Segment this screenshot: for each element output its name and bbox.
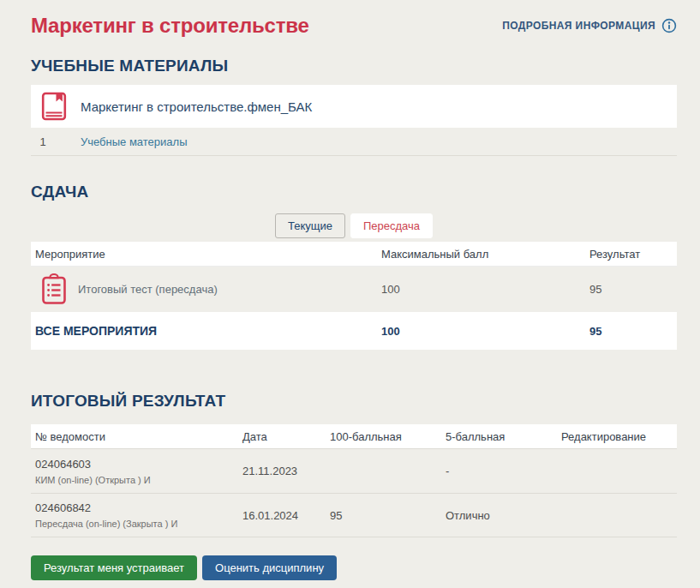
col-event: Мероприятие (35, 248, 381, 261)
event-max-score: 100 (381, 283, 589, 296)
final-table-header: № ведомости Дата 100-балльная 5-балльная… (31, 424, 677, 448)
all-events-total-row: ВСЕ МЕРОПРИЯТИЯ 100 95 (31, 312, 677, 350)
course-material-card[interactable]: Маркетинг в строительстве.фмен_БАК (31, 85, 677, 128)
course-file-name[interactable]: Маркетинг в строительстве.фмен_БАК (81, 99, 312, 114)
sheet-date: 16.01.2024 (242, 509, 330, 522)
table-row: 024606842 Пересдача (on-line) (Закрыта )… (31, 493, 677, 537)
book-icon (41, 91, 67, 122)
clipboard-checklist-icon (41, 273, 67, 305)
submission-tabs: Текущие Пересдача (31, 213, 677, 238)
total-result: 95 (589, 325, 677, 338)
sheet-number: 024606842 (35, 501, 242, 514)
sheet-type: КИМ (on-line) (Открыта ) И (35, 475, 242, 485)
tab-retake[interactable]: Пересдача (350, 213, 433, 238)
col-editing: Редактирование (561, 430, 677, 443)
materials-row[interactable]: 1 Учебные материалы (31, 128, 677, 156)
col-scale-100: 100-балльная (330, 430, 446, 443)
detailed-info-link[interactable]: ПОДРОБНАЯ ИНФОРМАЦИЯ (502, 18, 677, 33)
final-result-heading: ИТОГОВЫЙ РЕЗУЛЬТАТ (31, 392, 677, 411)
final-result-table: № ведомости Дата 100-балльная 5-балльная… (31, 424, 677, 537)
materials-row-number: 1 (33, 135, 53, 148)
table-row[interactable]: Итоговый тест (пересдача) 100 95 (31, 267, 677, 312)
col-max-score: Максимальный балл (381, 248, 589, 261)
total-max-score: 100 (381, 325, 589, 338)
page-title: Маркетинг в строительстве (31, 14, 309, 38)
sheet-type: Пересдача (on-line) (Закрыта ) И (35, 519, 242, 529)
total-label: ВСЕ МЕРОПРИЯТИЯ (35, 324, 381, 338)
rate-discipline-button[interactable]: Оценить дисциплину (202, 555, 337, 580)
submission-heading: СДАЧА (31, 183, 677, 201)
col-scale-5: 5-балльная (446, 430, 561, 443)
submission-table: Мероприятие Максимальный балл Результат … (31, 242, 677, 350)
action-buttons: Результат меня устраивает Оценить дисцип… (31, 555, 677, 580)
submission-table-header: Мероприятие Максимальный балл Результат (31, 242, 677, 267)
tab-current[interactable]: Текущие (275, 213, 345, 238)
materials-row-link[interactable]: Учебные материалы (81, 135, 188, 148)
event-result: 95 (589, 283, 677, 296)
sheet-score-5: - (446, 465, 561, 477)
detailed-info-label: ПОДРОБНАЯ ИНФОРМАЦИЯ (502, 20, 655, 32)
page-header: Маркетинг в строительстве ПОДРОБНАЯ ИНФО… (31, 14, 677, 38)
sheet-score-5: Отлично (446, 509, 561, 522)
sheet-date: 21.11.2023 (242, 465, 330, 477)
table-row: 024064603 КИМ (on-line) (Открыта ) И 21.… (31, 448, 677, 493)
col-date: Дата (242, 430, 330, 443)
col-sheet-number: № ведомости (35, 430, 242, 443)
sheet-number: 024064603 (35, 458, 242, 471)
event-name[interactable]: Итоговый тест (пересдача) (78, 283, 218, 296)
materials-heading: УЧЕБНЫЕ МАТЕРИАЛЫ (31, 57, 677, 75)
col-result: Результат (589, 248, 677, 261)
course-page: Маркетинг в строительстве ПОДРОБНАЯ ИНФО… (0, 0, 700, 580)
accept-result-button[interactable]: Результат меня устраивает (31, 555, 197, 580)
info-circle-icon[interactable] (661, 18, 677, 33)
sheet-score-100: 95 (330, 509, 446, 522)
